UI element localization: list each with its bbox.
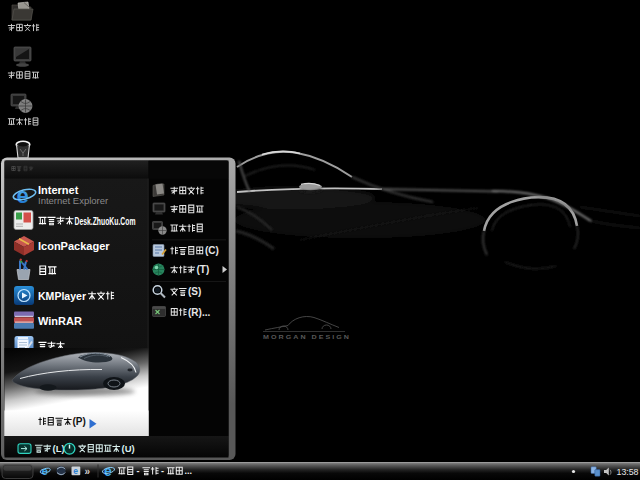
svg-text:-: - bbox=[161, 466, 164, 476]
svg-text:»: » bbox=[85, 466, 91, 477]
svg-text:MORGAN DESIGN: MORGAN DESIGN bbox=[263, 334, 351, 340]
svg-text:e: e bbox=[42, 465, 48, 477]
svg-text:Internet Explorer: Internet Explorer bbox=[38, 195, 108, 206]
svg-text:-: - bbox=[137, 466, 140, 476]
svg-text:e: e bbox=[104, 463, 112, 479]
svg-text:(C): (C) bbox=[205, 245, 219, 256]
svg-text:(P): (P) bbox=[73, 416, 86, 427]
svg-text:(R)...: (R)... bbox=[188, 307, 210, 318]
svg-text:(T): (T) bbox=[197, 264, 210, 275]
svg-text:KMPlayer: KMPlayer bbox=[38, 290, 87, 302]
svg-text:(S): (S) bbox=[188, 286, 201, 297]
svg-text:(U): (U) bbox=[122, 443, 135, 454]
svg-text:WinRAR: WinRAR bbox=[38, 315, 82, 327]
svg-text:e: e bbox=[17, 183, 29, 208]
svg-text:IconPackager: IconPackager bbox=[38, 240, 110, 252]
svg-text:e: e bbox=[73, 466, 78, 476]
svg-text:(L): (L) bbox=[53, 443, 65, 454]
svg-text:Desk.ZhuoKu.Com: Desk.ZhuoKu.Com bbox=[75, 216, 136, 227]
svg-text:...: ... bbox=[185, 466, 193, 476]
svg-text:13:58: 13:58 bbox=[617, 467, 639, 477]
